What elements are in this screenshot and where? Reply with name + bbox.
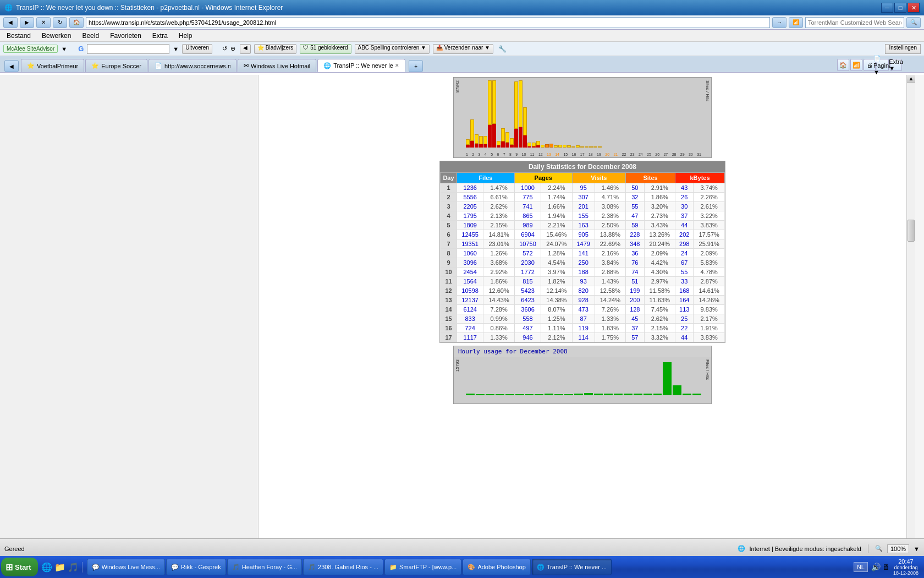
td-day: 4: [441, 211, 457, 221]
td-kbytes-pct: 3.22%: [694, 211, 725, 221]
td-kbytes-pct: 14.61%: [694, 286, 725, 296]
taskbar-items: 💬 Windows Live Mess... 💬 Rikk - Gesprek …: [87, 559, 849, 575]
bar-yellow-17: [536, 141, 540, 146]
refresh-button[interactable]: ↻: [53, 17, 67, 28]
bar-yellow-4: [479, 136, 483, 144]
google-search-input[interactable]: [87, 44, 169, 54]
tab-close-btn[interactable]: ✕: [395, 63, 399, 68]
back-button[interactable]: ◀: [3, 17, 18, 28]
taskbar: ⊞ Start 🌐 📁 🎵 💬 Windows Live Mess... 💬 R…: [0, 556, 924, 578]
start-button[interactable]: ⊞ Start: [1, 558, 38, 576]
td-files-pct: 0.86%: [483, 324, 515, 333]
scrollbar[interactable]: ▲ ▼: [906, 75, 915, 558]
taskbar-item-messenger-icon: 💬: [92, 564, 100, 571]
taskbar-item-smartftp[interactable]: 📁 SmartFTP - [www.p...: [384, 559, 461, 575]
table-row: 13 12137 14.43% 6423 14.38% 928 14.24% 2…: [441, 296, 725, 305]
td-pages-pct: 1.28%: [541, 249, 573, 258]
go-button[interactable]: →: [772, 17, 787, 28]
ql-media-icon[interactable]: 🎵: [68, 562, 79, 572]
tab-hotmail[interactable]: ✉ Windows Live Hotmail: [238, 59, 316, 72]
menu-beeld[interactable]: Beeld: [80, 31, 101, 41]
menu-bestand[interactable]: Bestand: [4, 31, 33, 41]
tab-transip[interactable]: 🌐 TransIP :: We never let ... ✕: [317, 59, 405, 72]
bladwijzers-button[interactable]: ⭐ Bladwijzers: [254, 44, 296, 54]
blocked-button[interactable]: 🛡 51 geblokkeerd: [300, 44, 351, 54]
td-pages-num: 946: [514, 333, 541, 342]
forward-button[interactable]: ▶: [20, 17, 34, 28]
rss-button[interactable]: 📶: [789, 17, 803, 28]
taskbar-item-heathen[interactable]: 🎵 Heathen Foray - G...: [227, 559, 302, 575]
hourly-y-label: 15793: [455, 359, 460, 372]
taskbar-item-rikk[interactable]: 💬 Rikk - Gesprek: [166, 559, 226, 575]
taskbar-item-messenger[interactable]: 💬 Windows Live Mess...: [87, 559, 165, 575]
new-tab-btn[interactable]: +: [409, 60, 423, 72]
td-day: 8: [441, 249, 457, 258]
bar-yellow-27: [580, 146, 584, 148]
menu-help[interactable]: Help: [177, 31, 195, 41]
page-toolbar-btn[interactable]: 📄 Pagina ▼: [877, 59, 889, 71]
bar-red-5: [483, 144, 487, 148]
tab-soccernews[interactable]: 📄 http://www.soccernews.nl...: [148, 59, 237, 72]
td-files-pct: 2.92%: [483, 268, 515, 277]
scroll-up-btn[interactable]: ▲: [907, 75, 915, 83]
bar-day-18: [541, 80, 544, 148]
zoom-dropdown-icon[interactable]: ▼: [914, 546, 920, 552]
close-button[interactable]: ✕: [908, 3, 920, 13]
menu-favorieten[interactable]: Favorieten: [108, 31, 144, 41]
tab-back-btn[interactable]: ◀: [4, 60, 19, 72]
tab-icon-5: 🌐: [323, 62, 331, 69]
volume-icon[interactable]: 🔊: [871, 563, 881, 571]
google-dropdown-icon[interactable]: ▼: [173, 46, 179, 52]
verzenden-button[interactable]: 📤 Verzenden naar ▼: [433, 44, 493, 54]
td-day: 6: [441, 230, 457, 239]
language-button[interactable]: NL: [854, 562, 868, 572]
clock[interactable]: 20:47 donderdag 18-12-2008: [893, 558, 919, 576]
home-toolbar-btn[interactable]: 🏠: [837, 59, 849, 71]
taskbar-item-gabriel[interactable]: 🎵 2308. Gabriel Rios - ...: [303, 559, 383, 575]
zoom-display[interactable]: 100%: [887, 544, 909, 553]
minimize-button[interactable]: ─: [881, 3, 893, 13]
left-panel: [0, 75, 258, 558]
uitvoeren-button[interactable]: Uitvoeren: [182, 44, 212, 54]
restore-button[interactable]: □: [894, 3, 906, 13]
mcafee-button[interactable]: McAfee SiteAdvisor: [3, 45, 58, 53]
td-sites-num: 228: [626, 230, 644, 239]
window-controls: ─ □ ✕: [881, 3, 920, 13]
td-pages-pct: 4.54%: [541, 258, 573, 268]
search-input[interactable]: [805, 17, 904, 28]
clock-time: 20:47: [893, 558, 919, 565]
bar-yellow-28: [585, 146, 588, 148]
menu-bewerken[interactable]: Bewerken: [40, 31, 73, 41]
status-right: 🌐 Internet | Beveiligde modus: ingeschak…: [738, 544, 920, 553]
toolbar-back-btn[interactable]: ◀: [240, 44, 251, 54]
td-day: 1: [441, 183, 457, 193]
bar-orange-19: [545, 144, 549, 148]
spelling-button[interactable]: ABC Spelling controleren ▼: [355, 44, 430, 54]
content-wrapper[interactable]: 87842 Sites / Hits: [258, 75, 906, 558]
home-button[interactable]: 🏠: [69, 17, 84, 28]
address-input[interactable]: [86, 17, 770, 28]
tab-europe-soccer[interactable]: ⭐ Europe Soccer: [85, 59, 147, 72]
extra-toolbar-btn[interactable]: Extra ▼: [890, 59, 902, 71]
stop-button[interactable]: ✕: [36, 17, 51, 28]
ql-ie-icon[interactable]: 🌐: [41, 562, 52, 572]
network-icon[interactable]: 🖥: [882, 563, 890, 571]
instellingen-button[interactable]: Instellingen: [885, 44, 921, 54]
mcafee-dropdown-icon[interactable]: ▼: [61, 46, 67, 52]
taskbar-item-photoshop[interactable]: 🎨 Adobe Photoshop: [463, 559, 530, 575]
taskbar-item-transip[interactable]: 🌐 TransIP :: We never ...: [532, 559, 612, 575]
bar-red-11: [510, 145, 514, 148]
rss-toolbar-btn[interactable]: 📶: [850, 59, 862, 71]
td-sites-pct: 2.62%: [644, 314, 675, 324]
scrollbar-thumb[interactable]: [908, 220, 915, 242]
bar-day-27: [580, 80, 584, 148]
bar-yellow-30: [593, 146, 597, 148]
tab-voetbalprimeur[interactable]: ⭐ VoetbalPrimeur: [21, 59, 84, 72]
search-button[interactable]: 🔍: [906, 17, 921, 28]
menu-extra[interactable]: Extra: [150, 31, 170, 41]
bar-yellow-10: [505, 132, 509, 143]
taskbar-right: NL 🔊 🖥 20:47 donderdag 18-12-2008: [849, 558, 923, 576]
bar-yellow-23: [563, 145, 566, 148]
ql-folder-icon[interactable]: 📁: [54, 562, 65, 572]
td-files-pct: 14.81%: [483, 230, 515, 239]
